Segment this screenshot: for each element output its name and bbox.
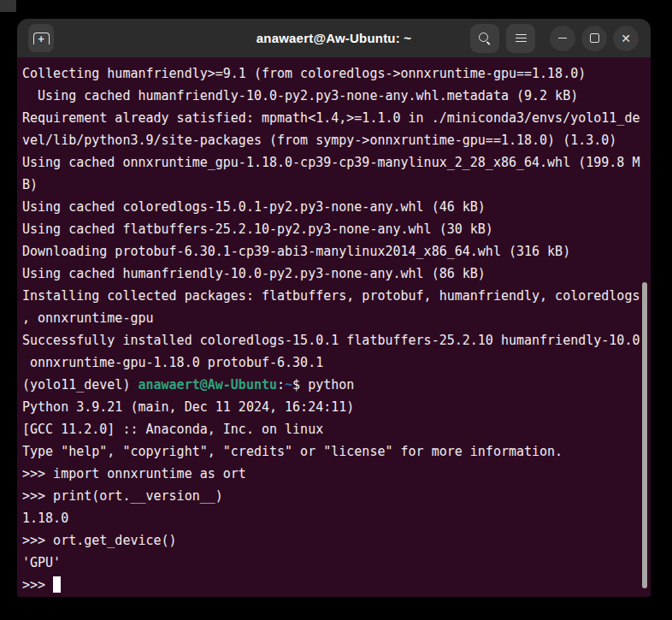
new-tab-button[interactable]: + (28, 24, 54, 52)
terminal-text: , onnxruntime-gpu (22, 310, 154, 326)
terminal-line: 'GPU' (22, 552, 651, 574)
terminal-line: , onnxruntime-gpu (22, 307, 651, 329)
terminal-text: Installing collected packages: flatbuffe… (22, 288, 640, 304)
terminal-output[interactable]: Collecting humanfriendly>=9.1 (from colo… (17, 57, 651, 597)
maximize-icon (590, 33, 599, 43)
terminal-line: Downloading protobuf-6.30.1-cp39-abi3-ma… (22, 240, 651, 263)
terminal-text: Using cached flatbuffers-25.2.10-py2.py3… (22, 221, 493, 237)
terminal-line: vel/lib/python3.9/site-packages (from sy… (22, 129, 651, 151)
terminal-text: onnxruntime-gpu-1.18.0 protobuf-6.30.1 (22, 355, 323, 370)
terminal-cursor (53, 576, 61, 593)
terminal-line: Type "help", "copyright", "credits" or "… (22, 440, 651, 463)
terminal-text: Python 3.9.21 (main, Dec 11 2024, 16:24:… (22, 399, 354, 415)
terminal-line: Using cached coloredlogs-15.0.1-py2.py3-… (22, 196, 651, 218)
search-button[interactable] (470, 24, 499, 53)
scrollbar-thumb[interactable] (642, 282, 647, 588)
prompt-colon: : (277, 377, 285, 393)
terminal-text: Type "help", "copyright", "credits" or "… (22, 444, 563, 459)
terminal-text: 1.18.0 (22, 511, 68, 526)
terminal-text: Using cached onnxruntime_gpu-1.18.0-cp39… (22, 155, 640, 170)
maximize-button[interactable] (581, 26, 607, 51)
terminal-text: [GCC 11.2.0] :: Anaconda, Inc. on linux (22, 422, 323, 437)
terminal-line: 1.18.0 (22, 507, 651, 529)
terminal-text: >>> import onnxruntime as ort (22, 466, 246, 481)
terminal-text: Using cached humanfriendly-10.0-py2.py3-… (22, 88, 578, 103)
terminal-line: >>> import onnxruntime as ort (22, 463, 651, 485)
search-icon (478, 32, 492, 45)
terminal-text: Requirement already satisfied: mpmath<1.… (22, 110, 640, 126)
terminal-window: + anawaert@Aw-Ubuntu: ~ ✕ (17, 19, 651, 597)
terminal-line: Using cached flatbuffers-25.2.10-py2.py3… (22, 218, 651, 240)
terminal-line: Python 3.9.21 (main, Dec 11 2024, 16:24:… (22, 396, 651, 418)
terminal-text: B) (22, 177, 38, 192)
user-host: anawaert@Aw-Ubuntu (138, 377, 277, 393)
terminal-line: >>> ort.get_device() (22, 529, 651, 552)
terminal-line: >>> (22, 574, 651, 596)
terminal-text: Using cached coloredlogs-15.0.1-py2.py3-… (22, 199, 486, 215)
terminal-text: >>> (22, 577, 53, 593)
terminal-line: >>> print(ort.__version__) (22, 485, 651, 507)
titlebar[interactable]: + anawaert@Aw-Ubuntu: ~ ✕ (17, 19, 651, 57)
terminal-line: Successfully installed coloredlogs-15.0.… (22, 329, 651, 351)
terminal-text: Collecting humanfriendly>=9.1 (from colo… (22, 66, 586, 81)
minimize-icon (558, 38, 567, 39)
venv-prefix: (yolo11_devel) (22, 377, 138, 393)
titlebar-controls: ✕ (470, 19, 639, 57)
close-icon: ✕ (621, 32, 631, 44)
terminal-text: Using cached humanfriendly-10.0-py2.py3-… (22, 266, 486, 281)
prompt-command: $ python (292, 377, 354, 393)
terminal-line: Requirement already satisfied: mpmath<1.… (22, 107, 651, 129)
terminal-text: >>> print(ort.__version__) (22, 488, 223, 504)
hamburger-menu-icon (516, 34, 527, 43)
terminal-line: (yolo11_devel) anawaert@Aw-Ubuntu:~$ pyt… (22, 374, 651, 396)
terminal-line: Using cached humanfriendly-10.0-py2.py3-… (22, 85, 651, 107)
terminal-lines: Collecting humanfriendly>=9.1 (from colo… (22, 62, 651, 596)
desktop-screen: + anawaert@Aw-Ubuntu: ~ ✕ (0, 0, 672, 620)
terminal-text: >>> ort.get_device() (22, 533, 177, 548)
terminal-text: vel/lib/python3.9/site-packages (from sy… (22, 133, 616, 148)
background-window-fragment (0, 0, 16, 12)
terminal-line: Using cached onnxruntime_gpu-1.18.0-cp39… (22, 151, 651, 174)
plus-glyph: + (38, 34, 44, 44)
minimize-button[interactable] (550, 26, 575, 51)
new-tab-icon: + (33, 32, 50, 44)
terminal-text: Downloading protobuf-6.30.1-cp39-abi3-ma… (22, 244, 570, 259)
path-tilde: ~ (285, 377, 292, 393)
terminal-text: Successfully installed coloredlogs-15.0.… (22, 333, 640, 348)
terminal-line: Collecting humanfriendly>=9.1 (from colo… (22, 62, 651, 85)
close-button[interactable]: ✕ (613, 26, 639, 51)
menu-button[interactable] (506, 24, 535, 53)
terminal-line: [GCC 11.2.0] :: Anaconda, Inc. on linux (22, 418, 651, 440)
terminal-text: 'GPU' (22, 555, 61, 570)
terminal-line: Using cached humanfriendly-10.0-py2.py3-… (22, 263, 651, 285)
terminal-line: onnxruntime-gpu-1.18.0 protobuf-6.30.1 (22, 351, 651, 374)
terminal-line: B) (22, 174, 651, 196)
terminal-line: Installing collected packages: flatbuffe… (22, 285, 651, 307)
